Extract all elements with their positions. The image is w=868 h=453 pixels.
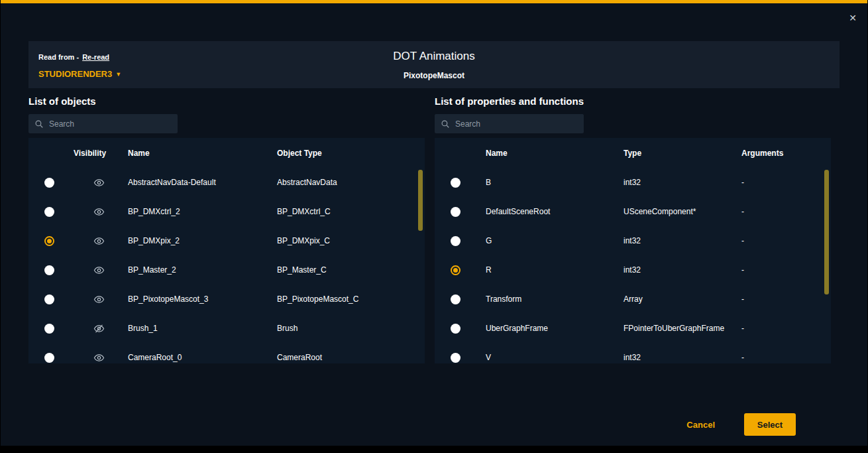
property-type: USceneComponent*	[614, 207, 732, 216]
properties-table: Name Type Arguments B int32 - DefaultSce…	[435, 138, 831, 363]
properties-table-header: Name Type Arguments	[435, 138, 831, 168]
table-row[interactable]: B int32 -	[435, 168, 831, 197]
column-header-type: Type	[614, 149, 732, 158]
property-arguments: -	[732, 353, 831, 362]
object-type: Brush	[277, 324, 425, 333]
table-row[interactable]: Transform Array -	[435, 285, 831, 314]
column-header-object-type: Object Type	[277, 149, 425, 158]
property-arguments: -	[732, 294, 831, 304]
page-subtitle: PixotopeMascot	[28, 71, 840, 80]
search-icon	[441, 119, 450, 129]
column-header-name: Name	[476, 149, 614, 158]
column-header-arguments: Arguments	[732, 149, 831, 158]
objects-search-input[interactable]	[49, 119, 172, 129]
table-row[interactable]: AbstractNavData-Default AbstractNavData	[28, 168, 425, 197]
object-type: CameraRoot	[277, 353, 425, 362]
table-row[interactable]: G int32 -	[435, 226, 831, 255]
object-type: BP_Master_C	[277, 265, 425, 275]
objects-panel-title: List of objects	[28, 96, 96, 107]
visibility-eye-icon[interactable]	[93, 352, 105, 363]
object-name: BP_PixotopeMascot_3	[128, 294, 277, 304]
page-title: DOT Animations	[28, 50, 840, 63]
row-radio[interactable]	[451, 353, 461, 363]
properties-search-input[interactable]	[455, 119, 578, 129]
row-radio[interactable]	[451, 207, 461, 217]
table-row[interactable]: BP_PixotopeMascot_3 BP_PixotopeMascot_C	[28, 285, 425, 314]
properties-scrollbar[interactable]	[824, 170, 829, 294]
row-radio[interactable]	[451, 294, 461, 304]
property-type: int32	[614, 236, 732, 245]
row-radio[interactable]	[44, 294, 54, 304]
table-row[interactable]: R int32 -	[435, 255, 831, 285]
object-type: BP_DMXpix_C	[277, 236, 425, 245]
object-name: CameraRoot_0	[128, 353, 277, 362]
object-name: BP_DMXpix_2	[128, 236, 277, 245]
cancel-button[interactable]: Cancel	[686, 420, 715, 430]
property-arguments: -	[732, 207, 831, 216]
table-row[interactable]: CameraRoot_0 CameraRoot	[28, 343, 425, 363]
visibility-eye-icon[interactable]	[93, 235, 105, 247]
table-row[interactable]: V int32 -	[435, 343, 831, 363]
table-row[interactable]: BP_DMXpix_2 BP_DMXpix_C	[28, 226, 425, 255]
objects-search-box	[28, 114, 178, 133]
column-header-visibility: Visibility	[70, 149, 128, 158]
row-radio[interactable]	[451, 178, 461, 188]
column-header-name: Name	[128, 149, 277, 158]
row-radio[interactable]	[44, 178, 54, 188]
property-arguments: -	[732, 265, 831, 275]
search-icon	[34, 119, 44, 129]
property-type: FPointerToUberGraphFrame	[614, 324, 732, 333]
row-radio[interactable]	[44, 236, 54, 246]
row-radio[interactable]	[451, 265, 461, 275]
property-type: int32	[614, 178, 732, 187]
objects-table: Visibility Name Object Type AbstractNavD…	[28, 138, 425, 363]
object-name: BP_DMXctrl_2	[128, 207, 277, 216]
object-type: AbstractNavData	[277, 178, 425, 187]
dialog-window: ✕ Read from -Re-read STUDIORENDER3▼ DOT …	[1, 0, 867, 446]
objects-scrollbar[interactable]	[418, 170, 423, 231]
accent-top-bar	[1, 0, 867, 3]
row-radio[interactable]	[451, 324, 461, 334]
table-row[interactable]: DefaultSceneRoot USceneComponent* -	[435, 197, 831, 226]
visibility-eye-icon[interactable]	[93, 177, 105, 188]
property-type: Array	[614, 294, 732, 304]
close-icon[interactable]: ✕	[849, 13, 857, 23]
property-type: int32	[614, 265, 732, 275]
visibility-eye-icon[interactable]	[93, 294, 105, 305]
property-name: B	[476, 178, 614, 187]
property-type: int32	[614, 353, 732, 362]
select-button[interactable]: Select	[744, 413, 796, 436]
visibility-eye-off-icon[interactable]	[93, 323, 105, 334]
header-band: Read from -Re-read STUDIORENDER3▼ DOT An…	[28, 41, 840, 88]
visibility-eye-icon[interactable]	[93, 265, 105, 276]
row-radio[interactable]	[44, 324, 54, 334]
property-arguments: -	[732, 178, 831, 187]
property-arguments: -	[732, 324, 831, 333]
table-row[interactable]: BP_Master_2 BP_Master_C	[28, 255, 425, 285]
table-row[interactable]: BP_DMXctrl_2 BP_DMXctrl_C	[28, 197, 425, 226]
row-radio[interactable]	[451, 236, 461, 246]
visibility-eye-icon[interactable]	[93, 206, 105, 218]
properties-panel-title: List of properties and functions	[435, 96, 584, 107]
property-name: V	[476, 353, 614, 362]
table-row[interactable]: UberGraphFrame FPointerToUberGraphFrame …	[435, 314, 831, 343]
object-type: BP_DMXctrl_C	[277, 207, 425, 216]
row-radio[interactable]	[44, 353, 54, 363]
property-name: UberGraphFrame	[476, 324, 614, 333]
objects-table-header: Visibility Name Object Type	[28, 138, 425, 168]
object-type: BP_PixotopeMascot_C	[277, 294, 425, 304]
object-name: BP_Master_2	[128, 265, 277, 275]
row-radio[interactable]	[44, 265, 54, 275]
table-row[interactable]: Brush_1 Brush	[28, 314, 425, 343]
object-name: AbstractNavData-Default	[128, 178, 277, 187]
property-name: G	[476, 236, 614, 245]
property-arguments: -	[732, 236, 831, 245]
property-name: DefaultSceneRoot	[476, 207, 614, 216]
properties-search-box	[435, 114, 584, 133]
object-name: Brush_1	[128, 324, 277, 333]
property-name: Transform	[476, 294, 614, 304]
dialog-footer: Cancel Select	[1, 413, 796, 436]
property-name: R	[476, 265, 614, 275]
row-radio[interactable]	[44, 207, 54, 217]
